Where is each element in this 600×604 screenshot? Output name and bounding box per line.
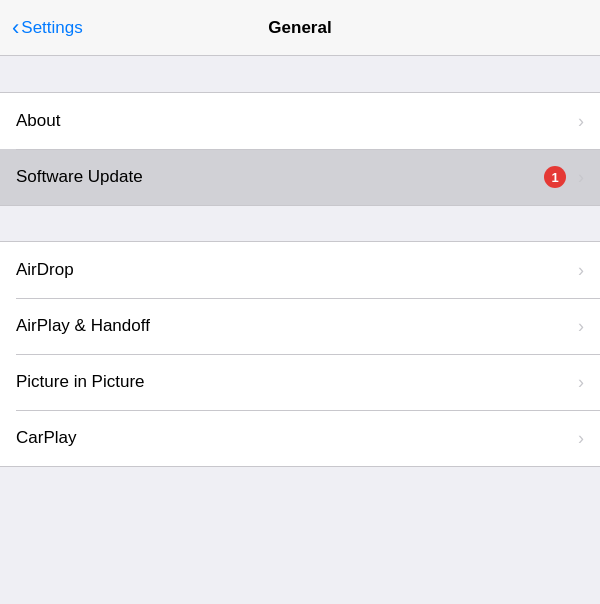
chevron-right-icon: › (578, 260, 584, 281)
about-label: About (16, 111, 574, 131)
section-gap-middle (0, 206, 600, 241)
chevron-right-icon: › (578, 111, 584, 132)
chevron-right-icon: › (578, 428, 584, 449)
settings-group-2: AirDrop › AirPlay & Handoff › Picture in… (0, 241, 600, 467)
section-gap-top (0, 56, 600, 92)
page-title: General (268, 18, 331, 38)
software-update-label: Software Update (16, 167, 544, 187)
update-badge: 1 (544, 166, 566, 188)
airdrop-label: AirDrop (16, 260, 574, 280)
back-chevron-icon: ‹ (12, 17, 19, 39)
chevron-right-icon: › (578, 372, 584, 393)
chevron-right-icon: › (578, 316, 584, 337)
settings-row-airdrop[interactable]: AirDrop › (0, 242, 600, 298)
settings-group-1: About › Software Update 1 › (0, 92, 600, 206)
chevron-right-icon: › (578, 167, 584, 188)
navigation-bar: ‹ Settings General (0, 0, 600, 56)
back-label: Settings (21, 18, 82, 38)
settings-row-picture-in-picture[interactable]: Picture in Picture › (0, 354, 600, 410)
settings-row-software-update[interactable]: Software Update 1 › (0, 149, 600, 205)
picture-in-picture-label: Picture in Picture (16, 372, 574, 392)
airplay-handoff-label: AirPlay & Handoff (16, 316, 574, 336)
carplay-label: CarPlay (16, 428, 574, 448)
settings-row-about[interactable]: About › (0, 93, 600, 149)
settings-row-airplay-handoff[interactable]: AirPlay & Handoff › (0, 298, 600, 354)
back-button[interactable]: ‹ Settings (12, 17, 83, 39)
settings-row-carplay[interactable]: CarPlay › (0, 410, 600, 466)
